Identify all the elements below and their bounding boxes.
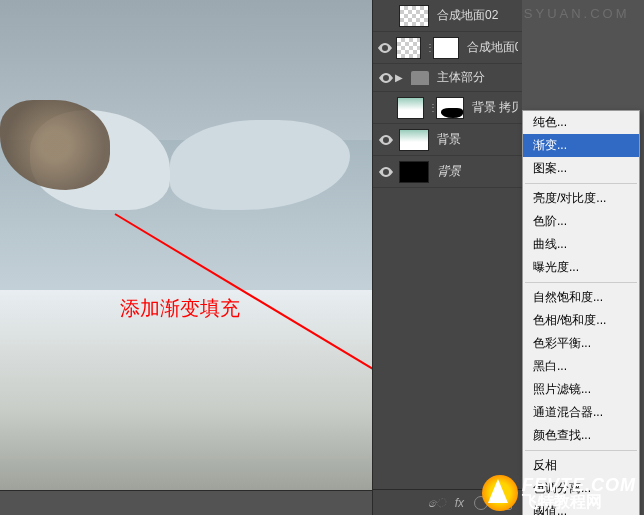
layer-label: 合成地面01 (467, 39, 518, 56)
layer-thumbnail[interactable] (396, 37, 421, 59)
eye-icon (379, 73, 393, 83)
menu-item[interactable]: 渐变... (523, 134, 639, 157)
menu-item[interactable]: 色相/饱和度... (523, 309, 639, 332)
menu-separator (525, 450, 637, 451)
watermark-site: 飞特教程网 (522, 494, 636, 510)
menu-item[interactable]: 色彩平衡... (523, 332, 639, 355)
menu-item[interactable]: 曲线... (523, 233, 639, 256)
layer-row[interactable]: 合成地面02 (373, 0, 522, 32)
visibility-toggle[interactable] (377, 7, 395, 25)
layer-mask[interactable] (433, 37, 458, 59)
layer-thumbnail[interactable] (399, 5, 429, 27)
layer-row[interactable]: 背景 (373, 156, 522, 188)
layer-mask[interactable] (436, 97, 463, 119)
visibility-toggle[interactable] (377, 69, 395, 87)
watermark-domain: FEVTE.COM (522, 476, 636, 494)
layer-label: 合成地面02 (437, 7, 498, 24)
menu-item[interactable]: 通道混合器... (523, 401, 639, 424)
layer-thumbnail[interactable] (399, 129, 429, 151)
eye-icon (379, 135, 393, 145)
watermark-logo: FEVTE.COM 飞特教程网 (482, 475, 636, 511)
menu-item[interactable]: 图案... (523, 157, 639, 180)
visibility-toggle[interactable] (377, 163, 395, 181)
watermark-icon (482, 475, 518, 511)
layer-label: 背景 拷贝 (472, 99, 518, 116)
annotation-text: 添加渐变填充 (120, 295, 240, 322)
layer-label: 背景 (437, 131, 461, 148)
menu-separator (525, 282, 637, 283)
menu-item[interactable]: 纯色... (523, 111, 639, 134)
fx-icon[interactable]: ෙ (428, 496, 445, 510)
eye-icon (379, 167, 393, 177)
layers-panel: 合成地面02 ⋮ 合成地面01 ▶ 主体部分 ⋮ 背景 拷贝 背景 背景 ෙ f… (372, 0, 522, 515)
eye-icon (378, 43, 392, 53)
menu-item[interactable]: 反相 (523, 454, 639, 477)
canvas-bottom-bar (0, 490, 372, 515)
folder-arrow-icon[interactable]: ▶ (395, 72, 403, 83)
canvas-area: 添加渐变填充 (0, 0, 372, 490)
visibility-toggle[interactable] (377, 131, 395, 149)
adjustment-layer-menu: 纯色...渐变...图案...亮度/对比度...色阶...曲线...曝光度...… (522, 110, 640, 515)
menu-item[interactable]: 自然饱和度... (523, 286, 639, 309)
layer-row[interactable]: ⋮ 合成地面01 (373, 32, 522, 64)
folder-icon (411, 71, 429, 85)
menu-item[interactable]: 色阶... (523, 210, 639, 233)
layer-group-row[interactable]: ▶ 主体部分 (373, 64, 522, 92)
layer-row[interactable]: ⋮ 背景 拷贝 (373, 92, 522, 124)
menu-separator (525, 183, 637, 184)
layer-thumbnail[interactable] (399, 161, 429, 183)
layer-thumbnail[interactable] (397, 97, 424, 119)
visibility-toggle[interactable] (377, 99, 393, 117)
menu-item[interactable]: 亮度/对比度... (523, 187, 639, 210)
visibility-toggle[interactable] (377, 39, 392, 57)
layer-row[interactable]: 背景 (373, 124, 522, 156)
fx-label[interactable]: fx (455, 496, 464, 510)
menu-item[interactable]: 照片滤镜... (523, 378, 639, 401)
menu-item[interactable]: 曝光度... (523, 256, 639, 279)
menu-item[interactable]: 黑白... (523, 355, 639, 378)
menu-item[interactable]: 颜色查找... (523, 424, 639, 447)
link-icon: ⋮ (425, 42, 433, 53)
link-icon: ⋮ (428, 102, 436, 113)
layer-label: 主体部分 (437, 69, 485, 86)
layer-label: 背景 (437, 163, 461, 180)
